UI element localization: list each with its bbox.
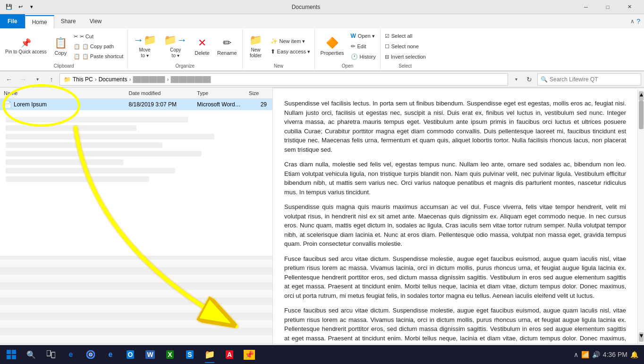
volume-icon[interactable]: 🔊 [592,351,600,358]
new-folder-label: Newfolder [250,47,262,59]
properties-button[interactable]: 🔶 Properties [317,32,347,61]
scroll-thumb-bottom[interactable]: ▼ [639,332,644,342]
copy-to-label: Copyto ▾ [170,47,181,59]
start-button[interactable] [2,345,21,364]
address-bar[interactable]: 📁 This PC › Documents › ████████ › █████… [59,73,508,86]
new-item-button[interactable]: ✨ New item ▾ [268,36,313,46]
address-dropdown[interactable]: ▾ [510,73,522,86]
ribbon-collapse[interactable]: ∧ [630,18,635,25]
new-item-icon: ✨ [271,38,278,44]
preview-paragraph: Suspendisse vel facilisis lectus. In por… [284,99,626,154]
close-button[interactable]: ✕ [619,0,640,14]
tab-file[interactable]: File [0,14,25,28]
blurred-overlay [0,256,272,350]
preview-pane[interactable]: Suspendisse vel facilisis lectus. In por… [273,89,637,344]
clock[interactable]: 4:36 PM [603,351,627,358]
minimize-button[interactable]: ─ [575,0,597,14]
copy-button[interactable]: 📋 Copy [51,33,70,60]
select-all-button[interactable]: ☑ Select all [382,31,428,41]
open-button[interactable]: W Open ▾ [348,31,378,41]
tab-view[interactable]: View [83,14,109,28]
taskbar-skype[interactable]: S [180,345,199,364]
back-button[interactable]: ← [3,73,15,86]
select-none-button[interactable]: ☐ Select none [382,42,428,51]
search-icon: 🔍 [541,76,548,83]
new-folder-button[interactable]: 📁 Newfolder [245,32,267,61]
invert-selection-button[interactable]: ⊟ Invert selection [382,52,428,61]
search-box[interactable]: 🔍 [537,73,641,86]
taskbar-edge[interactable]: e [61,345,80,364]
history-button[interactable]: 🕐 History [348,52,378,61]
delete-icon: ✕ [198,37,206,49]
preview-paragraph: Fusce faucibus sed arcu vitae dictum. Su… [284,254,626,301]
qat-dropdown[interactable]: ▾ [26,2,37,12]
preview-paragraph: Cras diam nulla, molestie sed felis vel,… [284,160,626,197]
col-header-date[interactable]: Date modified [125,87,194,98]
scrollbar-thumb[interactable] [639,101,644,129]
forward-button[interactable]: → [17,73,29,86]
ie-icon: e [109,350,113,359]
move-to-icon: →📁 [133,34,156,46]
taskbar-ie[interactable]: e [101,345,120,364]
path-documents[interactable]: Documents [99,76,127,83]
window-title: Documents [37,4,575,10]
rename-icon: ✏ [223,37,231,49]
col-header-name[interactable]: Name [0,87,125,98]
col-header-type[interactable]: Type [193,87,245,98]
ribbon-group-open: 🔶 Properties W Open ▾ ✏ Edit 🕐 History [315,29,380,69]
clipboard-items: 📌 Pin to Quick access 📋 Copy ✂ ✂ Cut [2,30,126,62]
up-button[interactable]: ↑ [45,73,58,86]
recent-locations-button[interactable]: ▾ [31,73,43,86]
taskbar-acrobat[interactable]: A [220,345,239,364]
notification-button[interactable]: 🔔 [630,351,638,358]
copy-to-button[interactable]: 📁→ Copyto ▾ [161,32,190,61]
copy-path-icon: 📋 [74,43,80,50]
qat-undo[interactable]: ↩ [15,2,25,12]
path-sub1: ████████ [133,76,165,83]
taskbar-search-button[interactable]: 🔍 [22,345,41,364]
col-header-size[interactable]: Size [245,87,272,98]
edge-icon: e [69,350,73,359]
select-all-icon: ☑ [385,33,390,39]
task-view-button[interactable] [42,345,60,364]
cut-button[interactable]: ✂ ✂ Cut [71,32,126,41]
taskbar-explorer[interactable]: 📁 [200,345,219,364]
file-size-cell: 29 [245,101,272,108]
tray-chevron[interactable]: ∧ [574,351,578,358]
help-button[interactable]: ? [636,17,640,25]
pin-label: Pin to Quick access [5,49,47,55]
qat-save[interactable]: 💾 [4,2,14,12]
taskbar-excel[interactable]: X [161,345,179,364]
taskbar-chrome[interactable] [81,345,100,364]
paste-shortcut-icon: 📋 [74,53,80,60]
taskbar-outlook[interactable]: O [121,345,140,364]
select-none-label: Select none [391,43,419,49]
easy-access-button[interactable]: ⬆ Easy access ▾ [268,47,313,56]
refresh-button[interactable]: ↻ [523,73,535,86]
rename-button[interactable]: ✏ Rename [214,32,240,61]
properties-icon: 🔶 [326,37,339,49]
delete-button[interactable]: ✕ Delete [191,32,213,61]
taskbar-sticky[interactable]: 📌 [240,345,259,364]
scroll-thumb-top[interactable]: ▲ [639,91,644,101]
paste-shortcut-button[interactable]: 📋 📋 Paste shortcut [71,52,126,61]
maximize-button[interactable]: □ [597,0,619,14]
tab-home[interactable]: Home [25,15,54,28]
ribbon-content: 📌 Pin to Quick access 📋 Copy ✂ ✂ Cut [0,28,644,71]
pin-to-quick-access-button[interactable]: 📌 Pin to Quick access [2,32,50,61]
quick-access-toolbar: 💾 ↩ ▾ [4,2,37,12]
scrollbar-vertical[interactable]: ▲ ▼ [637,89,644,344]
move-to-button[interactable]: →📁 Moveto ▾ [130,32,160,61]
taskbar-word[interactable]: W [141,345,160,364]
open-icon: W [351,33,356,39]
search-input[interactable] [550,76,638,83]
network-icon[interactable]: 📶 [581,351,589,358]
history-icon: 🕐 [351,53,358,60]
table-row[interactable]: 📄 Lorem Ipsum 8/18/2019 3:07 PM Microsof… [0,99,272,110]
select-group-label: Select [398,62,412,69]
addressbar: ← → ▾ ↑ 📁 This PC › Documents › ████████… [0,71,644,87]
path-thispc[interactable]: This PC [73,76,93,83]
copy-path-button[interactable]: 📋 📋 Copy path [71,42,126,51]
tab-share[interactable]: Share [54,14,83,28]
edit-button[interactable]: ✏ Edit [348,42,378,51]
